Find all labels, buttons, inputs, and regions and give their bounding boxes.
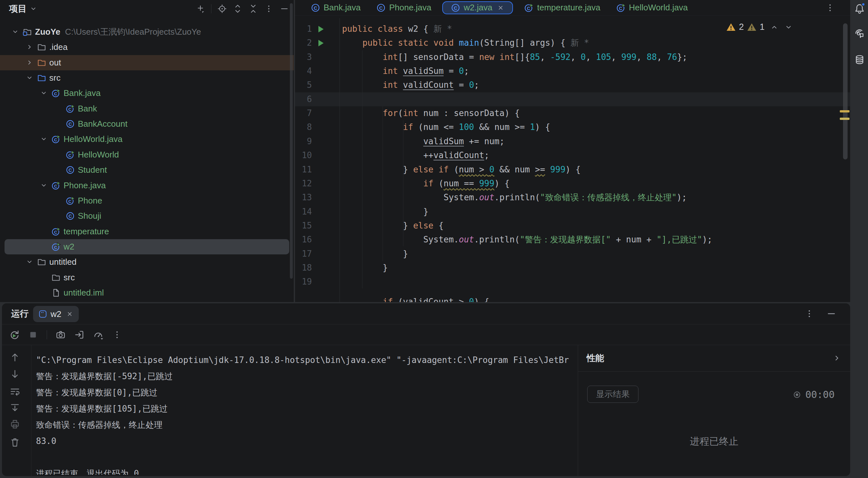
chevron-down-icon[interactable]	[25, 73, 34, 82]
tree-item-temperature[interactable]: Ctemperature	[0, 224, 294, 239]
camera-icon[interactable]	[56, 329, 66, 340]
chevron-down-icon[interactable]	[39, 89, 48, 97]
tree-item-helloworld[interactable]: CHelloWorld	[0, 147, 294, 162]
code-line-9[interactable]: validSum += num;	[342, 134, 504, 149]
run-panel-minimize-icon[interactable]	[826, 309, 837, 319]
run-tab-w2[interactable]: w2	[33, 306, 79, 322]
code-line-12[interactable]: if (num == 999) {	[342, 177, 510, 191]
code-line-16[interactable]: System.out.println("警告：发现越界数据[" + num + …	[342, 233, 712, 247]
add-icon[interactable]	[195, 4, 205, 13]
close-icon[interactable]	[66, 310, 73, 318]
down-icon[interactable]	[10, 369, 20, 380]
folder-icon	[51, 273, 61, 282]
code-line-7[interactable]: for(int num : sensorData) {	[342, 106, 520, 120]
svg-text:C: C	[527, 6, 530, 11]
class-run-icon: C	[65, 104, 75, 114]
ai-assistant-icon[interactable]	[855, 28, 865, 38]
tree-item-src[interactable]: src	[0, 70, 294, 86]
code-line-4[interactable]: int validSum = 0;	[342, 64, 469, 78]
tree-item-label: temperature	[64, 224, 109, 239]
attach-icon[interactable]	[74, 329, 85, 340]
tree-item-student[interactable]: CStudent	[0, 162, 294, 178]
collapse-all-icon[interactable]	[248, 4, 258, 13]
clear-icon[interactable]	[10, 437, 20, 448]
chevron-down-icon[interactable]	[11, 28, 20, 36]
tree-item-phone[interactable]: CPhone	[0, 193, 294, 209]
run-gutter-icon[interactable]	[316, 38, 326, 48]
code-line-11[interactable]: } else if (num > 0 && num >= 999) {	[342, 163, 581, 177]
project-title[interactable]: 项目	[9, 3, 27, 14]
more-icon[interactable]	[112, 329, 122, 340]
run-gutter-icon[interactable]	[316, 24, 326, 34]
chevron-down-icon[interactable]	[39, 135, 48, 143]
tab-overflow-more-icon[interactable]	[825, 3, 835, 13]
code-line-8[interactable]: if (num <= 100 && num >= 1) {	[342, 120, 550, 134]
console-output[interactable]: "C:\Program Files\Eclipse Adoptium\jdk-1…	[36, 352, 576, 475]
expand-all-icon[interactable]	[233, 4, 243, 13]
code-line-18[interactable]: }	[342, 261, 388, 275]
stop-icon[interactable]	[28, 329, 38, 340]
chevron-right-icon[interactable]	[832, 353, 842, 363]
profiler-icon[interactable]	[93, 329, 103, 340]
rerun-icon[interactable]	[9, 329, 20, 340]
tree-item-zuoye[interactable]: ZuoYe C:\Users\王泯钧\IdeaProjects\ZuoYe	[0, 24, 294, 39]
soft-wrap-icon[interactable]	[10, 386, 20, 397]
class-run-icon: C	[51, 89, 61, 98]
run-title[interactable]: 运行	[11, 303, 29, 324]
scrollbar-warning-mark[interactable]	[840, 118, 849, 120]
code-line-1[interactable]: public class w2 { 新 *	[342, 22, 452, 36]
tree-item-src[interactable]: src	[0, 270, 294, 285]
tree-item-w2[interactable]: Cw2	[0, 239, 294, 254]
code-line-10[interactable]: ++validCount;	[342, 149, 489, 162]
editor-scrollbar[interactable]	[843, 23, 847, 159]
chevron-right-icon[interactable]	[25, 43, 34, 51]
code-line-14[interactable]: }	[342, 205, 428, 219]
code-line-15[interactable]: } else {	[342, 219, 443, 233]
tree-item-bankaccount[interactable]: CBankAccount	[0, 116, 294, 132]
editor-tab-w2-java[interactable]: Cw2.java	[442, 1, 513, 14]
editor-tab-temperature-java[interactable]: Ctemperature.java	[516, 0, 608, 15]
class-icon: C	[311, 3, 320, 13]
editor-tab-helloworld-java[interactable]: CHelloWorld.java	[608, 0, 696, 15]
show-results-button[interactable]: 显示结果	[587, 386, 639, 403]
code-line-17[interactable]: }	[342, 247, 408, 261]
up-icon[interactable]	[10, 352, 20, 362]
tree-scrollbar[interactable]	[290, 3, 293, 279]
record-icon	[793, 390, 802, 399]
tree-item-untitled[interactable]: untitled	[0, 254, 294, 269]
tree-item-shouji[interactable]: CShouji	[0, 209, 294, 224]
more-icon[interactable]	[264, 4, 274, 13]
tree-item-helloworld-java[interactable]: CHelloWorld.java	[0, 132, 294, 147]
code-area[interactable]: 1public class w2 { 新 *2 public static vo…	[295, 15, 850, 302]
run-toolbar	[9, 324, 122, 345]
minimize-icon[interactable]	[279, 4, 289, 13]
chevron-down-icon[interactable]	[29, 4, 38, 13]
code-line-partial[interactable]: if (validCount > 0) {	[342, 295, 489, 302]
code-line-3[interactable]: int[] sensorData = new int[]{85, -592, 0…	[342, 50, 687, 64]
run-panel-more-icon[interactable]	[804, 309, 814, 319]
class-icon: C	[376, 3, 386, 13]
tree-item--idea[interactable]: .idea	[0, 39, 294, 55]
code-line-2[interactable]: public static void main(String[] args) {…	[342, 36, 589, 50]
scroll-end-icon[interactable]	[10, 403, 20, 413]
notifications-bell-icon[interactable]	[855, 3, 865, 13]
code-line-13[interactable]: System.out.println("致命错误：传感器掉线，终止处理");	[342, 191, 687, 204]
tree-item-out[interactable]: out	[0, 55, 294, 70]
chevron-down-icon[interactable]	[39, 181, 48, 190]
tree-item-bank-java[interactable]: CBank.java	[0, 86, 294, 101]
performance-panel: 性能 显示结果 00:00 进程已终止	[578, 345, 850, 476]
database-icon[interactable]	[855, 55, 865, 65]
tree-item-bank[interactable]: CBank	[0, 101, 294, 116]
close-icon[interactable]	[497, 4, 504, 12]
svg-text:C: C	[619, 6, 622, 11]
scrollbar-warning-mark[interactable]	[840, 110, 849, 113]
print-icon[interactable]	[10, 419, 20, 429]
chevron-down-icon[interactable]	[25, 258, 34, 266]
chevron-right-icon[interactable]	[25, 58, 34, 67]
editor-tab-bank-java[interactable]: CBank.java	[303, 0, 368, 15]
editor-tab-phone-java[interactable]: CPhone.java	[368, 0, 439, 15]
locate-icon[interactable]	[217, 4, 227, 13]
tree-item-untitled-iml[interactable]: untitled.iml	[0, 285, 294, 300]
code-line-5[interactable]: int validCount = 0;	[342, 78, 479, 92]
tree-item-phone-java[interactable]: CPhone.java	[0, 178, 294, 193]
